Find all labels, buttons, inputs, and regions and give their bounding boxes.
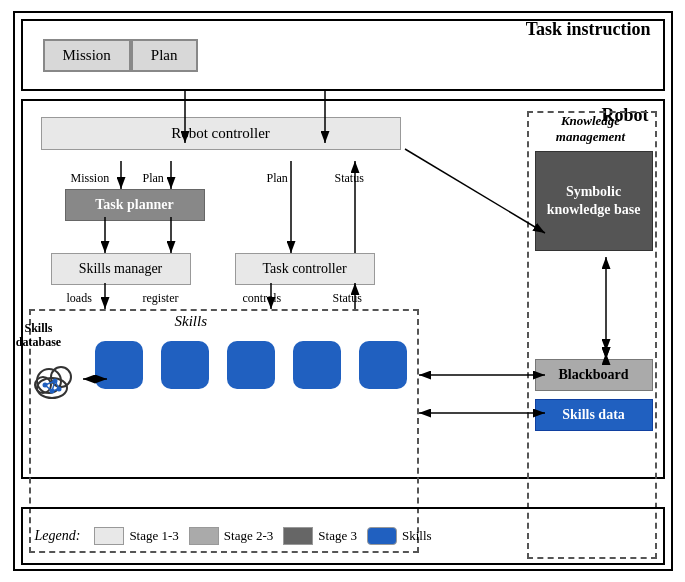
symbolic-kb: Symbolic knowledge base — [535, 151, 653, 251]
arrow-label-loads: loads — [67, 291, 92, 306]
legend-item-stage3: Stage 3 — [283, 527, 357, 545]
arrow-label-status: Status — [335, 171, 364, 186]
mission-box: Mission — [43, 39, 131, 72]
skill-icon-1 — [95, 341, 143, 389]
task-planner: Task planner — [65, 189, 205, 221]
knowledge-mgmt-label: Knowledge management — [527, 113, 655, 144]
legend-item-stage2: Stage 2-3 — [189, 527, 273, 545]
legend-title: Legend: — [35, 528, 81, 544]
blackboard: Blackboard — [535, 359, 653, 391]
skills-data: Skills data — [535, 399, 653, 431]
arrow-label-plan1: Plan — [143, 171, 164, 186]
skill-icon-5 — [359, 341, 407, 389]
legend-swatch-stage2 — [189, 527, 219, 545]
legend-swatch-stage3 — [283, 527, 313, 545]
skill-icon-2 — [161, 341, 209, 389]
diagram-wrapper: Mission Plan Task instruction Robot Robo… — [13, 11, 673, 571]
arrow-label-plan2: Plan — [267, 171, 288, 186]
legend-box: Legend: Stage 1-3 Stage 2-3 Stage 3 Skil… — [21, 507, 665, 565]
legend-label-stage2: Stage 2-3 — [224, 528, 273, 544]
plan-box: Plan — [131, 39, 198, 72]
skills-row — [95, 341, 407, 389]
cloud-icon — [29, 353, 85, 405]
legend-item-stage1: Stage 1-3 — [94, 527, 178, 545]
task-controller: Task controller — [235, 253, 375, 285]
task-instruction-label: Task instruction — [526, 19, 651, 40]
skills-label: Skills — [175, 313, 208, 330]
arrow-label-register: register — [143, 291, 179, 306]
skills-database-label: Skills database — [9, 321, 69, 350]
arrow-label-status2: Status — [333, 291, 362, 306]
skills-manager: Skills manager — [51, 253, 191, 285]
legend-label-stage1: Stage 1-3 — [129, 528, 178, 544]
legend-label-skills: Skills — [402, 528, 432, 544]
arrow-label-mission: Mission — [71, 171, 110, 186]
legend-swatch-skills — [367, 527, 397, 545]
legend-swatch-stage1 — [94, 527, 124, 545]
skill-icon-4 — [293, 341, 341, 389]
skill-icon-3 — [227, 341, 275, 389]
legend-label-stage3: Stage 3 — [318, 528, 357, 544]
arrow-label-controls: controls — [243, 291, 282, 306]
legend-item-skills: Skills — [367, 527, 432, 545]
robot-controller: Robot controller — [41, 117, 401, 150]
